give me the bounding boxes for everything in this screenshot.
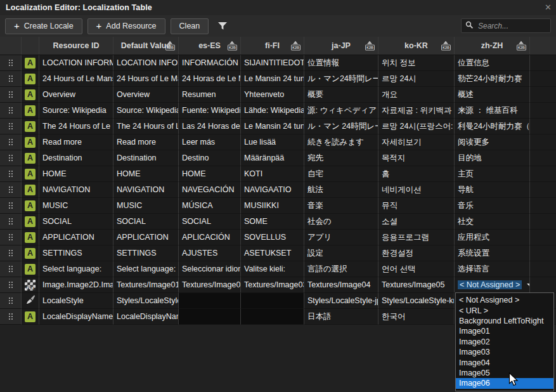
cell-es-es[interactable]: Destino [179, 150, 241, 166]
cell-zh-zh[interactable]: 主页 [455, 166, 530, 182]
cell-ja-jp[interactable]: アプリ [304, 230, 378, 245]
cell-zh-zh[interactable]: 位置信息 [455, 55, 530, 71]
cell-resource-id[interactable]: 24 Hours of Le Mans [39, 71, 113, 87]
row-drag-handle[interactable] [0, 230, 22, 245]
cell-ko-kr[interactable]: 한국어 [378, 309, 455, 325]
row-drag-handle[interactable] [0, 198, 22, 214]
cell-es-es[interactable]: AJUSTES [179, 245, 241, 261]
cell-ko-kr[interactable]: 언어 선택 [378, 261, 455, 277]
search-input[interactable] [477, 21, 546, 31]
dropdown-option[interactable]: Image01 [456, 326, 553, 336]
cell-zh-zh[interactable]: 目的地 [455, 150, 530, 166]
cell-resource-id[interactable]: SETTINGS [39, 245, 113, 261]
row-drag-handle[interactable] [0, 87, 22, 103]
dropdown-option[interactable]: Image06 [456, 378, 553, 388]
cell-resource-id[interactable]: Destination [39, 150, 113, 166]
cell-ko-kr[interactable]: 목적지 [378, 150, 455, 166]
cell-fi-fi[interactable]: KOTI [241, 166, 304, 182]
cell-es-es[interactable]: Resumen [179, 87, 241, 103]
cell-ko-kr[interactable]: 르망 24시 [378, 71, 455, 87]
dropdown-option[interactable]: Image05 [456, 368, 553, 378]
cell-zh-zh[interactable]: 来源 ： 维基百科 [455, 103, 530, 119]
cell-fi-fi[interactable]: Le Mansin 24 tunn [241, 71, 304, 87]
cell-ko-kr[interactable]: Textures/Image05 [378, 277, 455, 293]
cell-ko-kr[interactable]: 개요 [378, 87, 455, 103]
row-drag-handle[interactable] [0, 166, 22, 182]
cell-es-es[interactable] [179, 293, 241, 309]
add-resource-button[interactable]: + Add Resource [87, 18, 165, 34]
cell-resource-id[interactable]: Image.Image2D.Imag [39, 277, 113, 293]
cell-zh-zh[interactable]: 概述 [455, 87, 530, 103]
cell-zh-zh[interactable]: 利曼24小时耐力赛（2 [455, 119, 530, 134]
dropdown-option[interactable]: < URL > [456, 305, 553, 315]
cell-ja-jp[interactable]: 言語の選択 [304, 261, 378, 277]
cell-zh-zh[interactable]: 勒芒24小时耐力赛 [455, 71, 530, 87]
cell-ja-jp[interactable]: Textures/Image04 [304, 277, 378, 293]
cell-zh-zh[interactable]: 应用程式 [455, 230, 530, 245]
cell-es-es[interactable]: APLICACIÓN [179, 230, 241, 245]
cell-default-value[interactable]: SETTINGS [113, 245, 179, 261]
cell-fi-fi[interactable]: SOVELLUS [241, 230, 304, 245]
cell-es-es[interactable]: Fuente: Wikipedia [179, 103, 241, 119]
dropdown-option[interactable]: Image02 [456, 337, 553, 347]
row-drag-handle[interactable] [0, 309, 22, 325]
cell-es-es[interactable]: 24 Horas de Le M [179, 71, 241, 87]
cell-ja-jp[interactable]: 位置情報 [304, 55, 378, 71]
filter-icon[interactable] [217, 22, 228, 30]
cell-fi-fi[interactable]: MUSIIKKI [241, 198, 304, 214]
cell-default-value[interactable]: SOCIAL [113, 214, 179, 230]
cell-ko-kr[interactable]: 자료제공 : 위키백과 [378, 103, 455, 119]
row-drag-handle[interactable] [0, 150, 22, 166]
cell-es-es[interactable]: Leer más [179, 134, 241, 150]
cell-fi-fi[interactable]: ASETUKSET [241, 245, 304, 261]
cell-default-value[interactable]: Overview [113, 87, 179, 103]
export-k2b-icon[interactable]: K2B [228, 41, 237, 51]
row-drag-handle[interactable] [0, 119, 22, 134]
dropdown-option[interactable]: Background LeftToRight [456, 316, 553, 326]
export-k2b-icon[interactable]: K2B [517, 41, 526, 51]
cell-resource-id[interactable]: Source: Wikipedia [39, 103, 113, 119]
row-drag-handle[interactable] [0, 103, 22, 119]
search-box[interactable] [461, 18, 551, 33]
cell-zh-zh[interactable]: 导航 [455, 182, 530, 198]
dropdown-option[interactable]: Image03 [456, 347, 553, 357]
cell-default-value[interactable]: NAVIGATION [113, 182, 179, 198]
locale-image-combobox[interactable]: < Not Assigned > [455, 277, 530, 293]
row-drag-handle[interactable] [0, 55, 22, 71]
cell-resource-id[interactable]: Overview [39, 87, 113, 103]
cell-es-es[interactable]: Textures/Image02 [179, 277, 241, 293]
cell-fi-fi[interactable]: Valitse kieli: [241, 261, 304, 277]
row-drag-handle[interactable] [0, 134, 22, 150]
row-drag-handle[interactable] [0, 245, 22, 261]
cell-ko-kr[interactable]: 소셜 [378, 214, 455, 230]
cell-fi-fi[interactable]: Le Mansin 24 tunn [241, 119, 304, 134]
cell-ko-kr[interactable]: 자세히보기 [378, 134, 455, 150]
cell-resource-id[interactable]: NAVIGATION [39, 182, 113, 198]
export-k2b-icon[interactable]: K2B [365, 41, 375, 51]
cell-ko-kr[interactable]: 르망 24시(프랑스어: 2 [378, 119, 455, 134]
cell-es-es[interactable]: NAVEGACIÓN [179, 182, 241, 198]
cell-default-value[interactable]: 24 Hours of Le Ma [113, 71, 179, 87]
cell-default-value[interactable]: LocaleDisplayNam [113, 309, 179, 325]
cell-ko-kr[interactable]: 홈 [378, 166, 455, 182]
cell-ja-jp[interactable]: 設定 [304, 245, 378, 261]
row-drag-handle[interactable] [0, 71, 22, 87]
cell-zh-zh[interactable]: 选择语言 [455, 261, 530, 277]
cell-zh-zh[interactable]: 音乐 [455, 198, 530, 214]
export-k2b-icon[interactable]: K2B [165, 41, 175, 51]
row-drag-handle[interactable] [0, 277, 22, 293]
cell-resource-id[interactable]: SOCIAL [39, 214, 113, 230]
cell-ja-jp[interactable]: 続きを読みます [304, 134, 378, 150]
cell-fi-fi[interactable]: Määränpää [241, 150, 304, 166]
cell-resource-id[interactable]: LocaleDisplayName [39, 309, 113, 325]
cell-es-es[interactable] [179, 309, 241, 325]
cell-ko-kr[interactable]: 네비게이션 [378, 182, 455, 198]
cell-default-value[interactable]: The 24 Hours of L [113, 119, 179, 134]
row-drag-handle[interactable] [0, 293, 22, 309]
cell-ja-jp[interactable]: Styles/LocaleStyle-jp [304, 293, 378, 309]
cell-zh-zh[interactable]: 阅读更多 [455, 134, 530, 150]
cell-fi-fi[interactable]: Yhteenveto [241, 87, 304, 103]
cell-resource-id[interactable]: Read more [39, 134, 113, 150]
cell-ja-jp[interactable]: 自宅 [304, 166, 378, 182]
cell-resource-id[interactable]: APPLICATION [39, 230, 113, 245]
